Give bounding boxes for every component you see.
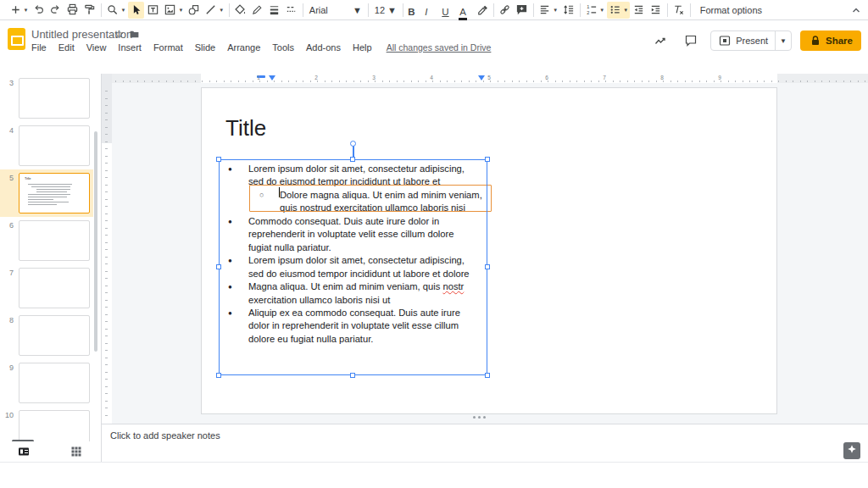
body-text-box[interactable]: ●Lorem ipsum dolor sit amet, consectetur… [219, 159, 487, 375]
text-color-button[interactable]: A [457, 2, 473, 19]
toolbar-divider [303, 3, 303, 17]
format-options-button[interactable]: Format options [693, 5, 769, 15]
slide-thumbnail-page[interactable] [19, 268, 90, 308]
bullet-item[interactable]: ●Commodo consequat. Duis aute irure dolo… [219, 215, 487, 254]
menu-slide[interactable]: Slide [189, 42, 221, 53]
slide-thumbnail-page[interactable]: Title [19, 173, 90, 214]
explore-button[interactable] [843, 442, 860, 459]
bullet-item[interactable]: ●Lorem ipsum dolor sit amet, consectetur… [219, 254, 487, 280]
slide-thumbnail-page[interactable] [19, 363, 90, 403]
menu-tools[interactable]: Tools [266, 42, 300, 53]
align-button[interactable]: ▼ [537, 2, 559, 19]
clear-formatting-button[interactable] [670, 2, 687, 19]
font-size-select[interactable]: 12▼ [371, 2, 400, 19]
bold-button[interactable]: B [406, 2, 422, 19]
insert-image-button[interactable]: ▼ [162, 2, 185, 19]
bullet-marker: ● [228, 280, 232, 293]
menu-file[interactable]: File [25, 42, 53, 53]
increase-indent-button[interactable] [648, 2, 664, 19]
border-color-button[interactable] [249, 2, 265, 19]
bullet-item[interactable]: ●Lorem ipsum dolor sit amet, consectetur… [219, 163, 487, 189]
menu-edit[interactable]: Edit [53, 42, 81, 53]
border-weight-icon [268, 3, 281, 16]
filmstrip-scrollbar[interactable] [94, 131, 97, 352]
notes-resize-handle[interactable] [473, 416, 486, 419]
menu-insert[interactable]: Insert [112, 42, 147, 53]
new-slide-button[interactable]: ▼ [8, 2, 31, 19]
slide-thumbnail-5[interactable]: 5Title [0, 173, 93, 214]
border-weight-button[interactable] [266, 2, 282, 19]
slide-thumbnail-4[interactable]: 4 [0, 125, 101, 166]
menu-format[interactable]: Format [147, 42, 189, 53]
slide-thumbnail-page[interactable] [19, 315, 90, 356]
slide-thumbnail-9[interactable]: 9 [0, 363, 101, 403]
select-tool-button[interactable] [128, 2, 144, 19]
vertical-ruler [102, 74, 112, 424]
slide-title[interactable]: Title [225, 115, 266, 141]
border-dash-button[interactable] [283, 2, 299, 19]
slide-thumbnail-7[interactable]: 7 [0, 268, 101, 308]
bottom-strip [0, 462, 868, 488]
zoom-button[interactable]: ▼ [104, 2, 127, 19]
resize-handle-e[interactable] [485, 264, 490, 269]
comment-history-icon[interactable] [680, 31, 702, 50]
highlight-color-button[interactable] [474, 2, 490, 19]
slide-number: 6 [2, 221, 14, 230]
star-icon[interactable] [114, 29, 125, 40]
resize-handle-sw[interactable] [216, 373, 221, 378]
undo-button[interactable] [31, 2, 47, 19]
add-comment-icon [515, 3, 528, 16]
slide-thumbnail-page[interactable] [19, 125, 90, 166]
font-family-select[interactable]: Arial▼ [306, 2, 365, 19]
menu-arrange[interactable]: Arrange [221, 42, 266, 53]
resize-handle-ne[interactable] [485, 157, 490, 162]
grid-view-button[interactable] [70, 445, 83, 458]
slide-thumbnail-6[interactable]: 6 [0, 220, 101, 261]
slide-thumbnail-page[interactable] [19, 220, 90, 261]
decrease-indent-button[interactable] [631, 2, 647, 19]
insert-line-button[interactable]: ▼ [203, 2, 225, 19]
slide-thumbnail-3[interactable]: 3 [0, 78, 101, 119]
speaker-notes-placeholder[interactable]: Click to add speaker notes [110, 430, 220, 441]
resize-handle-n[interactable] [350, 157, 355, 162]
menu-view[interactable]: View [81, 42, 113, 53]
slide-thumbnail-page[interactable] [19, 78, 90, 119]
speaker-notes-panel[interactable]: Click to add speaker notes [102, 424, 868, 462]
fill-color-button[interactable] [232, 2, 248, 19]
italic-button[interactable]: I [423, 2, 439, 19]
present-button[interactable]: Present ▼ [710, 30, 792, 51]
explore-star-icon [846, 443, 858, 458]
filmstrip-view-button[interactable] [17, 445, 31, 458]
move-folder-icon[interactable] [129, 29, 140, 40]
menu-bar: FileEditViewInsertFormatSlideArrangeTool… [25, 42, 491, 53]
insert-shape-button[interactable] [186, 2, 202, 19]
bullet-item[interactable]: ○Dolore magna aliqua. Ut enim ad minim v… [219, 189, 487, 215]
bullet-item[interactable]: ●Magna aliqua. Ut enim ad minim veniam, … [219, 280, 487, 307]
print-button[interactable] [64, 2, 81, 19]
redo-button[interactable] [47, 2, 64, 19]
paint-format-button[interactable] [81, 2, 97, 19]
slide-thumbnail-8[interactable]: 8 [0, 315, 101, 356]
text-box-button[interactable] [145, 2, 161, 19]
resize-handle-w[interactable] [216, 264, 221, 269]
resize-handle-nw[interactable] [216, 157, 221, 162]
underline-button[interactable]: U [440, 2, 456, 19]
add-comment-button[interactable] [514, 2, 530, 19]
numbered-list-button[interactable]: 12▼ [583, 2, 606, 19]
saved-status-link[interactable]: All changes saved in Drive [387, 42, 492, 53]
rotation-handle[interactable] [350, 141, 356, 147]
bulleted-list-button[interactable]: ▼ [607, 2, 630, 19]
share-button[interactable]: Share [800, 30, 861, 51]
insert-link-button[interactable] [497, 2, 513, 19]
bullet-item[interactable]: ●Aliquip ex ea commodo consequat. Duis a… [219, 307, 487, 346]
activity-icon[interactable] [649, 31, 671, 50]
slide-number: 5 [2, 174, 14, 182]
menu-help[interactable]: Help [347, 42, 378, 53]
collapse-toolbar-icon[interactable] [849, 3, 863, 17]
menu-addons[interactable]: Add-ons [300, 42, 347, 53]
right-indent-marker[interactable] [478, 75, 485, 80]
line-spacing-button[interactable] [560, 2, 576, 19]
resize-handle-se[interactable] [485, 373, 490, 378]
resize-handle-s[interactable] [350, 373, 355, 378]
present-dropdown-button[interactable]: ▼ [775, 31, 791, 50]
